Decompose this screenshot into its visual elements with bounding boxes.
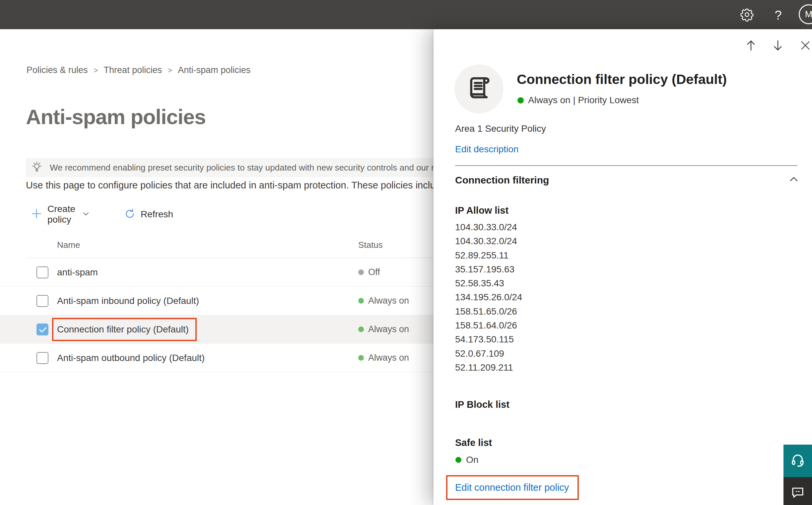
safe-list-heading: Safe list	[455, 437, 492, 448]
ip-address: 158.51.64.0/26	[455, 319, 522, 332]
plus-icon	[30, 208, 42, 221]
next-item-button[interactable]	[770, 38, 786, 54]
row-checkbox[interactable]	[36, 324, 48, 335]
ip-block-list-heading: IP Block list	[455, 399, 510, 410]
banner-text: We recommend enabling preset security po…	[50, 163, 433, 173]
table-row-anti-spam-outbound[interactable]: Anti-spam outbound policy (Default) Alwa…	[0, 344, 433, 372]
policy-avatar	[454, 64, 503, 114]
chevron-down-icon	[81, 209, 90, 219]
ip-allow-list-heading: IP Allow list	[455, 205, 509, 216]
page-description: Use this page to configure policies that…	[26, 180, 433, 191]
status-cell: Off	[358, 258, 380, 286]
status-cell: Always on	[358, 287, 409, 315]
flyout-status-text: Always on | Priority Lowest	[528, 95, 639, 106]
policy-name[interactable]: anti-spam	[57, 267, 98, 278]
scroll-policy-icon	[466, 75, 492, 103]
ip-address: 52.58.35.43	[455, 277, 522, 290]
screen: ? M Policies & rules > Threat policies >…	[0, 0, 812, 505]
table-row-connection-filter[interactable]: Connection filter policy (Default) Alway…	[0, 315, 433, 344]
row-checkbox[interactable]	[36, 267, 48, 278]
arrow-up-icon	[744, 39, 758, 53]
ip-address: 104.30.33.0/24	[455, 220, 522, 234]
previous-item-button[interactable]	[743, 38, 759, 54]
flyout-title: Connection filter policy (Default)	[517, 72, 802, 87]
breadcrumb-item-anti-spam-policies: Anti-spam policies	[178, 65, 250, 75]
table-row-anti-spam-inbound[interactable]: Anti-spam inbound policy (Default) Alway…	[0, 287, 433, 315]
ip-allow-list: 104.30.33.0/24 104.30.32.0/24 52.89.255.…	[455, 220, 522, 375]
settings-button[interactable]	[739, 7, 755, 23]
ip-address: 104.30.32.0/24	[455, 234, 522, 248]
section-connection-filtering[interactable]: Connection filtering	[455, 175, 549, 186]
ip-address: 158.51.65.0/26	[455, 305, 522, 319]
column-header-name[interactable]: Name	[57, 240, 80, 250]
status-dot	[518, 97, 524, 104]
breadcrumb-separator: >	[168, 66, 172, 75]
chat-feedback-icon	[790, 485, 805, 501]
table-row-anti-spam[interactable]: anti-spam Off	[0, 258, 433, 287]
flyout-status: Always on | Priority Lowest	[518, 95, 639, 106]
breadcrumb-separator: >	[93, 66, 98, 75]
avatar[interactable]: M	[799, 4, 812, 24]
lightbulb-icon	[30, 161, 43, 175]
policy-details-flyout: Connection filter policy (Default) Alway…	[433, 29, 812, 505]
breadcrumb: Policies & rules > Threat policies > Ant…	[26, 65, 250, 75]
refresh-button[interactable]: Refresh	[124, 204, 173, 224]
divider	[455, 165, 797, 166]
column-header-status[interactable]: Status	[358, 240, 383, 250]
status-cell: Always on	[358, 315, 409, 343]
gear-icon	[740, 8, 754, 23]
ip-address: 52.89.255.11	[455, 248, 522, 263]
policy-description: Area 1 Security Policy	[455, 124, 546, 134]
policy-name[interactable]: Anti-spam outbound policy (Default)	[57, 353, 205, 363]
support-button[interactable]	[784, 445, 812, 477]
ip-address: 35.157.195.63	[455, 263, 522, 277]
close-button[interactable]	[798, 38, 812, 54]
policy-table: anti-spam Off Anti-spam inbound policy (…	[0, 258, 433, 372]
safe-list-status: On	[455, 455, 478, 465]
ip-address: 134.195.26.0/24	[455, 290, 522, 304]
edit-connection-filter-policy-link[interactable]: Edit connection filter policy	[447, 477, 578, 499]
ip-address: 54.173.50.115	[455, 332, 522, 346]
ip-address: 52.11.209.211	[455, 361, 522, 375]
refresh-icon	[124, 208, 136, 221]
status-dot	[358, 355, 364, 361]
recommendation-banner: We recommend enabling preset security po…	[26, 158, 433, 177]
collapse-section-button[interactable]	[787, 173, 800, 186]
breadcrumb-item-policies-rules[interactable]: Policies & rules	[26, 65, 88, 75]
status-label: Always on	[368, 324, 409, 334]
help-button[interactable]: ?	[770, 7, 786, 23]
status-dot	[455, 457, 461, 463]
status-label: Always on	[368, 353, 409, 363]
status-label: Always on	[368, 296, 409, 306]
ip-address: 52.0.67.109	[455, 347, 522, 361]
status-dot	[358, 327, 364, 332]
safe-list-status-label: On	[466, 455, 478, 465]
annotation-highlight-box: Edit connection filter policy	[446, 475, 579, 500]
status-dot	[358, 270, 364, 275]
status-cell: Always on	[358, 344, 409, 372]
headset-icon	[790, 452, 806, 470]
close-icon	[799, 39, 811, 53]
avatar-initial: M	[805, 9, 812, 20]
top-app-bar: ? M	[0, 0, 812, 29]
page-title: Anti-spam policies	[26, 105, 206, 129]
help-icon: ?	[775, 8, 782, 23]
status-dot	[358, 298, 364, 304]
policy-name[interactable]: Anti-spam inbound policy (Default)	[57, 296, 199, 306]
breadcrumb-item-threat-policies[interactable]: Threat policies	[104, 65, 162, 75]
create-policy-label: Create policy	[47, 204, 75, 225]
refresh-label: Refresh	[141, 209, 173, 220]
arrow-down-icon	[771, 39, 785, 53]
feedback-button[interactable]	[784, 477, 812, 505]
create-policy-button[interactable]: Create policy	[30, 204, 90, 224]
status-label: Off	[368, 267, 380, 278]
row-checkbox[interactable]	[36, 295, 48, 307]
policy-name[interactable]: Connection filter policy (Default)	[52, 318, 197, 341]
row-checkbox[interactable]	[36, 352, 48, 364]
chevron-up-icon	[788, 174, 799, 186]
edit-description-link[interactable]: Edit description	[455, 144, 519, 155]
